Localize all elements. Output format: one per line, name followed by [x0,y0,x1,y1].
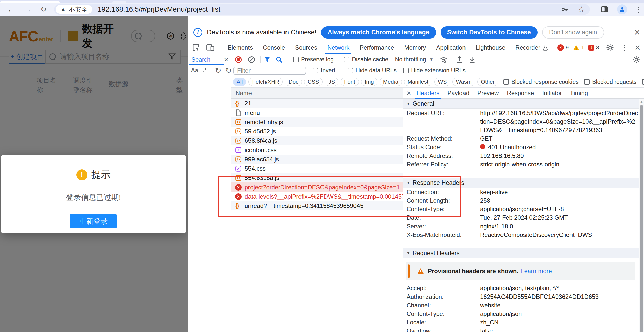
details-tab-initiator[interactable]: Initiator [538,88,566,99]
hide-data-urls-toggle[interactable]: Hide data URLs [348,67,397,74]
browser-menu-icon[interactable]: ⋮ [635,5,642,14]
checkbox[interactable] [403,68,409,73]
scroll-up-icon[interactable]: ▲ [639,100,644,103]
infobar-close-icon[interactable]: × [634,28,640,37]
disable-cache-toggle[interactable]: Disable cache [344,56,388,63]
devtools-tab-console[interactable]: Console [258,41,290,54]
type-chip-manifest[interactable]: Manifest [404,78,432,86]
section-header-request-headers[interactable]: ▼Request Headers [403,248,639,258]
filter-funnel-icon[interactable] [264,56,271,63]
back-icon[interactable]: ← [7,5,15,13]
blocked-requests-toggle[interactable]: Blocked requests [584,79,636,85]
hide-extension-urls-toggle[interactable]: Hide extension URLs [403,67,466,74]
checkbox[interactable] [584,79,590,85]
devtools-menu-icon[interactable]: ⋮ [621,43,628,52]
devtools-tab-lighthouse[interactable]: Lighthouse [471,41,510,54]
checkbox[interactable] [642,79,644,85]
drawer-tab-search[interactable]: Search × [188,54,231,65]
request-row[interactable]: 554.6318a.js [231,173,403,182]
details-tab-response[interactable]: Response [503,88,538,99]
devtools-tab-memory[interactable]: Memory [399,41,431,54]
3rd-party-requests-toggle[interactable]: 3rd-party requests [642,79,644,85]
preserve-log-toggle[interactable]: Preserve log [293,56,334,63]
details-tab-preview[interactable]: Preview [473,88,503,99]
request-row[interactable]: 59.d5d52.js [231,127,403,136]
match-language-button[interactable]: Always match Chrome's language [321,26,436,39]
browser-active-tab[interactable] [0,1,60,3]
network-search-icon[interactable] [276,56,283,63]
dont-show-again-button[interactable]: Don't show again [542,26,604,39]
checkbox[interactable] [293,57,299,62]
request-row[interactable]: 999.ac654.js [231,155,403,164]
match-case-icon[interactable]: Aa [191,67,198,74]
reload-icon[interactable]: ↻ [40,6,47,13]
devtools-tab-elements[interactable]: Elements [223,41,258,54]
settings-gear-icon[interactable] [606,43,614,52]
section-header-general[interactable]: ▼General [403,99,639,109]
refresh-icon[interactable]: ↻ [215,67,221,75]
issues-badge[interactable]: !3 [588,44,599,51]
bookmark-star-icon[interactable]: ☆ [578,5,585,14]
request-row[interactable]: ×data-levels?__apiPrefix=%2FDWS&__timest… [231,192,403,201]
refresh-icon[interactable]: ↻ [225,67,231,75]
type-chip-wasm[interactable]: Wasm [452,78,475,86]
details-close-icon[interactable]: × [407,89,411,97]
name-column-header[interactable]: Name [231,88,403,99]
switch-to-chinese-button[interactable]: Switch DevTools to Chinese [441,26,538,39]
scrollbar[interactable]: ▲ [639,99,644,332]
request-row[interactable]: iconfont.css [231,145,403,155]
devtools-tab-network[interactable]: Network [322,41,354,54]
invert-toggle[interactable]: Invert [313,67,335,74]
devtools-tab-recorder[interactable]: Recorder [510,41,553,54]
forward-icon[interactable]: → [24,5,32,13]
request-row[interactable]: 554.css [231,164,403,173]
type-chip-doc[interactable]: Doc [285,78,302,86]
side-panel-icon[interactable] [600,5,609,14]
error-badge[interactable]: ×9 [557,44,569,51]
checkbox[interactable] [313,68,318,73]
devtools-tab-application[interactable]: Application [431,41,471,54]
checkbox[interactable] [344,57,349,62]
type-chip-font[interactable]: Font [341,78,359,86]
request-row[interactable]: {}21 [231,99,403,108]
request-row[interactable]: 658.8f4ca.js [231,136,403,145]
type-chip-all[interactable]: All [233,78,246,86]
warning-badge[interactable]: 1 [573,44,584,51]
learn-more-link[interactable]: Learn more [521,268,552,275]
request-row[interactable]: menu [231,108,403,117]
filter-input[interactable]: Filter [233,67,306,75]
request-row[interactable]: {}unread?__timestamp=0.3411584539659045 [231,201,403,210]
drawer-close-icon[interactable]: × [224,56,228,63]
request-row[interactable]: ×project?orderDirection=DESC&pageIndex=0… [231,182,403,192]
network-conditions-icon[interactable] [439,56,448,63]
section-header-response-headers[interactable]: ▼Response Headers [403,178,639,188]
devtools-close-icon[interactable]: × [635,43,640,52]
password-key-icon[interactable] [560,5,569,14]
clear-network-log-icon[interactable] [248,56,255,63]
relogin-button[interactable]: 重新登录 [70,214,117,228]
type-chip-css[interactable]: CSS [304,78,323,86]
inspect-element-icon[interactable] [191,43,200,52]
network-settings-gear-icon[interactable] [632,56,640,64]
type-chip-other[interactable]: Other [477,78,498,86]
import-har-icon[interactable] [468,56,476,63]
checkbox[interactable] [503,79,509,85]
site-security-chip[interactable]: ▲︎ 不安全 [56,5,92,14]
profile-avatar[interactable] [617,4,627,14]
details-tab-timing[interactable]: Timing [566,88,592,99]
type-chip-fetch-xhr[interactable]: Fetch/XHR [248,78,283,86]
type-chip-media[interactable]: Media [380,78,402,86]
scrollbar-thumb[interactable] [640,105,643,332]
throttling-dropdown[interactable]: No throttling [395,56,426,63]
type-chip-js[interactable]: JS [325,78,338,86]
device-toolbar-icon[interactable] [206,43,215,52]
checkbox[interactable] [348,68,353,73]
type-chip-ws[interactable]: WS [434,78,450,86]
type-chip-img[interactable]: Img [361,78,377,86]
details-tab-headers[interactable]: Headers [413,88,444,99]
regex-icon[interactable]: .* [203,67,206,74]
details-tab-payload[interactable]: Payload [443,88,473,99]
devtools-tab-performance[interactable]: Performance [354,41,399,54]
record-stop-icon[interactable] [235,56,242,63]
url-bar[interactable]: ▲︎ 不安全 192.168.16.5/#/prjDevMenu/project… [54,4,590,15]
